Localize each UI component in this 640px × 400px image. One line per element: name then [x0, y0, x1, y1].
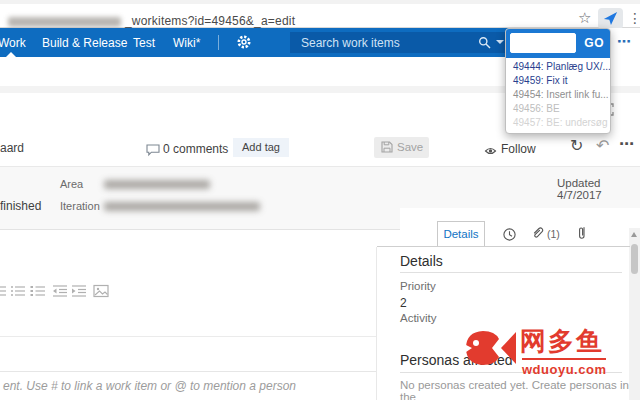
suggestion-item[interactable]: 49444: Planlæg UX/... [506, 60, 610, 74]
extension-button[interactable] [598, 8, 623, 29]
add-tag-button[interactable]: Add tag [233, 138, 289, 157]
follow-button[interactable]: Follow [501, 142, 536, 156]
workitem-id-input[interactable] [510, 33, 576, 53]
tabs-background [400, 208, 640, 230]
suggestion-item[interactable]: 49459: Fix it [506, 74, 610, 88]
save-floppy-icon [381, 141, 393, 153]
nav-item-work[interactable]: Work [0, 36, 26, 50]
bookmark-star-icon[interactable]: ☆ [578, 10, 591, 25]
tabs-bottom-border [377, 246, 630, 247]
fish-icon [464, 326, 518, 374]
active-tab-caret [6, 52, 16, 57]
undo-icon[interactable]: ↶ [596, 138, 609, 154]
suggestion-item[interactable]: 49454: Insert link fu... [506, 88, 610, 102]
area-value-redacted[interactable] [104, 180, 210, 189]
navbar-more-icon[interactable]: ⋯ [617, 33, 631, 49]
more-options-icon[interactable]: ⋯ [619, 135, 634, 153]
nav-item-test[interactable]: Test [133, 36, 155, 50]
refresh-icon[interactable]: ↻ [570, 138, 583, 154]
comments-count[interactable]: 0 comments [163, 142, 228, 156]
suggestion-item[interactable]: 49457: BE: undersøg [506, 116, 610, 130]
suggestion-list: 49444: Planlæg UX/... 49459: Fix it 4945… [506, 60, 610, 130]
activity-field-label: Activity [400, 312, 436, 324]
scrollbar-up-arrow[interactable] [631, 232, 637, 237]
discussion-placeholder[interactable]: ent. Use # to link a work item or @ to m… [3, 379, 296, 393]
watermark-title: 网多鱼 [520, 324, 604, 359]
tab-links-paperclip-icon[interactable] [531, 227, 545, 241]
scrollbar-thumb[interactable] [631, 244, 638, 274]
url-text[interactable]: _workitems?id=49456&_a=edit [125, 14, 295, 28]
extension-popup: GO 49444: Planlæg UX/... 49459: Fix it 4… [505, 28, 611, 134]
nav-item-wiki[interactable]: Wiki* [173, 36, 200, 50]
priority-field-value[interactable]: 2 [400, 296, 407, 310]
personas-empty-message: No personas created yet. Create personas… [400, 379, 630, 400]
navbar-divider [218, 35, 219, 50]
watermark-logo: 网多鱼 wduoyu.com [464, 324, 640, 382]
save-label: Save [397, 141, 423, 153]
go-button[interactable]: GO [584, 36, 604, 50]
area-field-label: Area [60, 178, 83, 190]
comment-box-top-border [0, 371, 376, 372]
editor-bottom-border [0, 336, 376, 337]
nav-item-build-release[interactable]: Build & Release [42, 36, 127, 50]
iteration-field-label: Iteration [60, 200, 100, 212]
popup-header: GO [506, 29, 610, 58]
toolbar-partial-icon[interactable] [0, 284, 7, 298]
search-work-items-box[interactable]: Search work items [290, 32, 510, 53]
gear-icon[interactable] [236, 34, 252, 50]
watermark-domain: wduoyu.com [522, 358, 606, 377]
tab-history-clock-icon[interactable] [502, 227, 517, 242]
follow-eye-icon[interactable] [484, 145, 497, 157]
address-bar[interactable]: _workitems?id=49456&_a=edit ☆ ⋮ [0, 4, 640, 28]
iteration-value-redacted[interactable] [104, 202, 260, 211]
tab-details[interactable]: Details [437, 221, 485, 246]
navigation-arrow-icon [602, 10, 619, 27]
insert-image-icon[interactable] [93, 284, 109, 298]
assignee-name-fragment: aard [0, 141, 24, 155]
save-button[interactable]: Save [374, 137, 429, 158]
suggestion-item[interactable]: 49456: BE [506, 102, 610, 116]
browser-menu-icon[interactable]: ⋮ [628, 11, 640, 25]
search-icon[interactable] [478, 36, 492, 50]
tab-attachments-paperclip-icon[interactable] [574, 226, 588, 241]
comment-bubble-icon [146, 144, 160, 157]
details-section-heading: Details [400, 253, 443, 269]
state-value-fragment: finished [0, 199, 41, 213]
priority-field-label: Priority [400, 280, 436, 292]
column-divider [376, 247, 377, 400]
search-placeholder: Search work items [301, 36, 400, 50]
indent-icon[interactable] [71, 284, 87, 298]
chevron-down-icon[interactable] [496, 40, 504, 44]
links-count-badge: (1) [547, 228, 560, 240]
browser-window: _workitems?id=49456&_a=edit ☆ ⋮ Work Bui… [0, 0, 640, 400]
details-heading-rule [400, 272, 622, 273]
outdent-icon[interactable] [52, 284, 68, 298]
updated-date: Updated 4/7/2017 [557, 177, 640, 201]
numbered-list-icon[interactable] [30, 284, 46, 298]
redacted-url-prefix [8, 17, 121, 27]
bullet-list-icon[interactable] [10, 284, 26, 298]
